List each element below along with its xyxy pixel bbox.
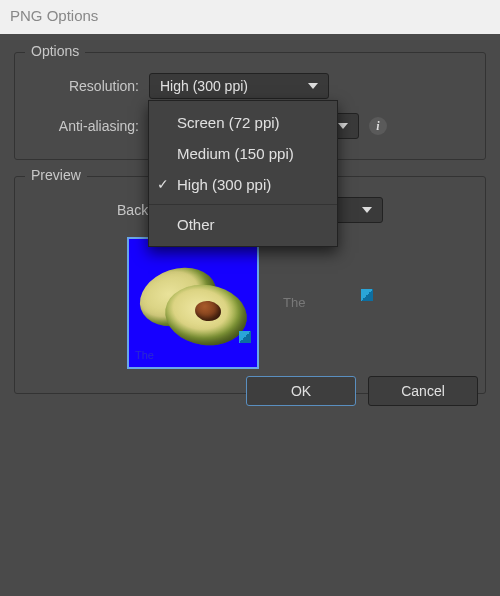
- title-bar: PNG Options: [0, 0, 500, 34]
- menu-item-high[interactable]: High (300 ppi): [149, 169, 337, 200]
- chevron-down-icon: [362, 207, 372, 213]
- preview-thumbnail: The: [127, 237, 259, 369]
- logo-square-icon: [239, 331, 251, 343]
- options-legend: Options: [25, 43, 85, 59]
- menu-item-medium[interactable]: Medium (150 ppi): [149, 138, 337, 169]
- resolution-value: High (300 ppi): [160, 78, 248, 94]
- menu-item-other[interactable]: Other: [149, 209, 337, 240]
- preview-row: The The: [29, 237, 471, 369]
- chevron-down-icon: [308, 83, 318, 89]
- button-bar: OK Cancel: [246, 376, 478, 406]
- options-group: Options Resolution: High (300 ppi) Scree…: [14, 52, 486, 160]
- cancel-button[interactable]: Cancel: [368, 376, 478, 406]
- dialog-body: Options Resolution: High (300 ppi) Scree…: [0, 34, 500, 428]
- resolution-menu: Screen (72 ppi) Medium (150 ppi) High (3…: [148, 100, 338, 247]
- antialias-label: Anti-aliasing:: [29, 118, 149, 134]
- info-icon[interactable]: i: [369, 117, 387, 135]
- menu-separator: [149, 204, 337, 205]
- menu-item-screen[interactable]: Screen (72 ppi): [149, 107, 337, 138]
- thumb-watermark: The: [135, 349, 154, 361]
- chevron-down-icon: [338, 123, 348, 129]
- resolution-dropdown[interactable]: High (300 ppi) Screen (72 ppi) Medium (1…: [149, 73, 329, 99]
- preview-legend: Preview: [25, 167, 87, 183]
- resolution-row: Resolution: High (300 ppi) Screen (72 pp…: [29, 73, 471, 99]
- logo-square-icon: [361, 289, 373, 301]
- dialog-title: PNG Options: [10, 7, 98, 24]
- ok-button[interactable]: OK: [246, 376, 356, 406]
- resolution-label: Resolution:: [29, 78, 149, 94]
- side-watermark: The: [283, 295, 373, 312]
